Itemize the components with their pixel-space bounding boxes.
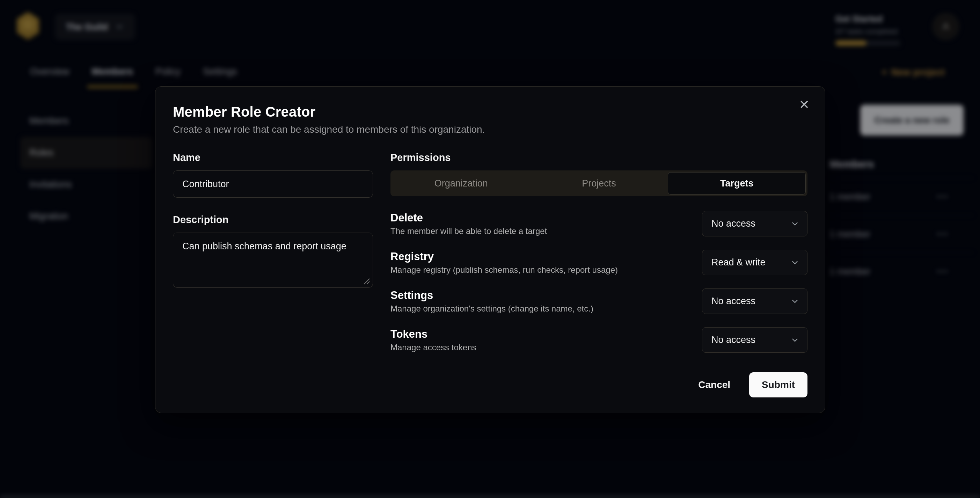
submit-button[interactable]: Submit (749, 372, 807, 398)
member-role-creator-dialog: ✕ Member Role Creator Create a new role … (155, 86, 825, 413)
tab-projects[interactable]: Projects (530, 172, 668, 194)
permissions-scope-tabs: Organization Projects Targets (390, 170, 807, 196)
permission-row-registry: Registry Manage registry (publish schema… (390, 250, 807, 275)
tab-organization[interactable]: Organization (392, 172, 530, 194)
dialog-description: Create a new role that can be assigned t… (173, 124, 807, 135)
permissions-column: Permissions Organization Projects Target… (390, 151, 807, 353)
dialog-body: Name Description Can publish schemas and… (173, 151, 807, 353)
dialog-footer: Cancel Submit (173, 372, 807, 398)
dialog-title: Member Role Creator (173, 103, 807, 120)
permission-row-settings: Settings Manage organization's settings … (390, 288, 807, 314)
name-label: Name (173, 151, 373, 164)
tokens-access-select[interactable]: No access (702, 327, 807, 353)
cancel-button[interactable]: Cancel (688, 372, 741, 398)
description-label: Description (173, 214, 373, 226)
permission-description: Manage access tokens (390, 342, 476, 353)
permissions-label: Permissions (390, 151, 807, 164)
permission-row-tokens: Tokens Manage access tokens No access (390, 327, 807, 353)
permission-title: Tokens (390, 328, 476, 341)
delete-access-select[interactable]: No access (702, 211, 807, 236)
role-fields-column: Name Description Can publish schemas and… (173, 151, 373, 353)
permission-description: The member will be able to delete a targ… (390, 226, 547, 236)
close-icon[interactable]: ✕ (799, 99, 810, 111)
description-field-wrap: Can publish schemas and report usage (173, 232, 373, 288)
chevron-down-icon (791, 258, 799, 267)
resize-handle-icon[interactable] (363, 277, 370, 285)
chevron-down-icon (791, 219, 799, 228)
permission-title: Settings (390, 289, 593, 302)
chevron-down-icon (791, 336, 799, 345)
settings-access-select[interactable]: No access (702, 288, 807, 314)
permission-description: Manage organization's settings (change i… (390, 304, 593, 314)
tab-targets[interactable]: Targets (668, 172, 806, 194)
description-textarea[interactable]: Can publish schemas and report usage (173, 232, 373, 288)
permission-description: Manage registry (publish schemas, run ch… (390, 265, 618, 275)
permission-title: Registry (390, 250, 618, 263)
chevron-down-icon (791, 297, 799, 306)
registry-access-select[interactable]: Read & write (702, 250, 807, 275)
permission-title: Delete (390, 211, 547, 224)
permission-row-delete: Delete The member will be able to delete… (390, 211, 807, 236)
name-input[interactable] (173, 170, 373, 198)
